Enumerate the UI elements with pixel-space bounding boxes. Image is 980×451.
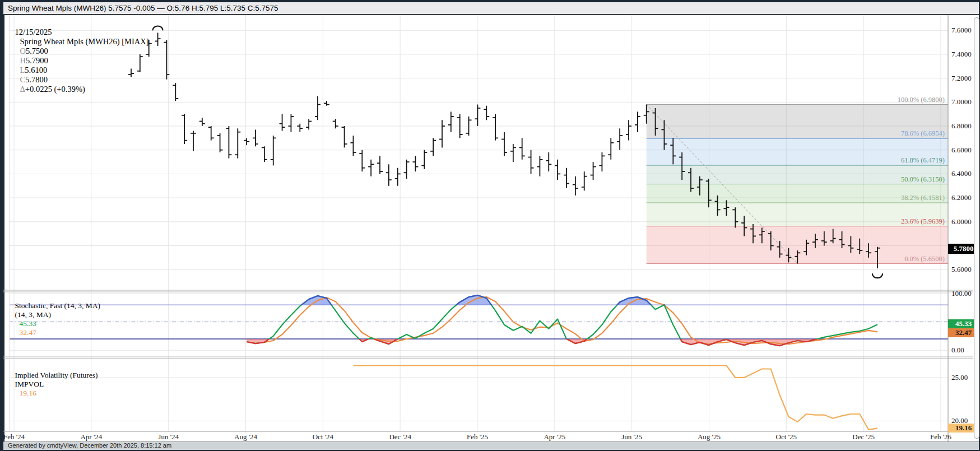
stoch-overbought-fill (247, 295, 877, 346)
stochastic-d-value: 32.47 (20, 328, 36, 337)
footer-text: Generated by cmdtyView, December 20th 20… (8, 442, 171, 449)
low-value: 5.6100 (25, 66, 47, 75)
change-label: Δ (20, 85, 25, 94)
open-value: 5.7500 (26, 47, 48, 55)
stoch-k-line-oversold (247, 295, 877, 346)
stochastic-params: (14, 3, MA) (15, 310, 52, 319)
swing-low-arc (872, 274, 883, 278)
quote-date: 12/15/2025 (15, 27, 52, 36)
implied-volatility-title: Implied Volatility (Futures) (15, 371, 98, 379)
implied-volatility-value: 19.16 (20, 389, 36, 397)
price-axis-scrollbar[interactable] (974, 17, 979, 439)
high-value: 5.7900 (26, 56, 48, 65)
implied-volatility-symbol: IMPVOL (15, 380, 44, 388)
cmdtyview-chart-window: Spring Wheat Mpls (MWH26) 5.7575 -0.005 … (0, 0, 980, 451)
fib-zone (647, 203, 948, 226)
stochastic-title: Stochastic, Fast (14, 3, MA) (15, 301, 101, 310)
fib-zone (647, 184, 948, 203)
implied-volatility-line (353, 365, 877, 430)
instrument-name: Spring Wheat Mpls (MWH26) [MIAX] (20, 37, 149, 46)
fib-zone (647, 138, 948, 165)
stochastic-panel-header: Stochastic, Fast (14, 3, MA) (14, 3, MA)… (7, 292, 100, 346)
swing-high-arc (153, 26, 163, 30)
close-value: 5.7800 (25, 75, 48, 84)
chart-header: 12/15/2025 Spring Wheat Mpls (MWH26) [MI… (7, 18, 149, 104)
change-value: +0.0225 (+0.39%) (25, 85, 85, 94)
stochastic-k-value: 45.33 (20, 319, 36, 328)
stoch-oversold-fill (247, 295, 877, 346)
fib-zone (647, 165, 948, 184)
high-label: H (20, 56, 26, 65)
fib-zone (647, 105, 948, 139)
open-label: O (20, 47, 26, 55)
stoch-k-line-overbought (247, 295, 877, 346)
close-label: C (20, 75, 26, 84)
implied-volatility-panel-header: Implied Volatility (Futures) IMPVOL 19.1… (7, 362, 98, 407)
stoch-k-line (247, 295, 877, 346)
